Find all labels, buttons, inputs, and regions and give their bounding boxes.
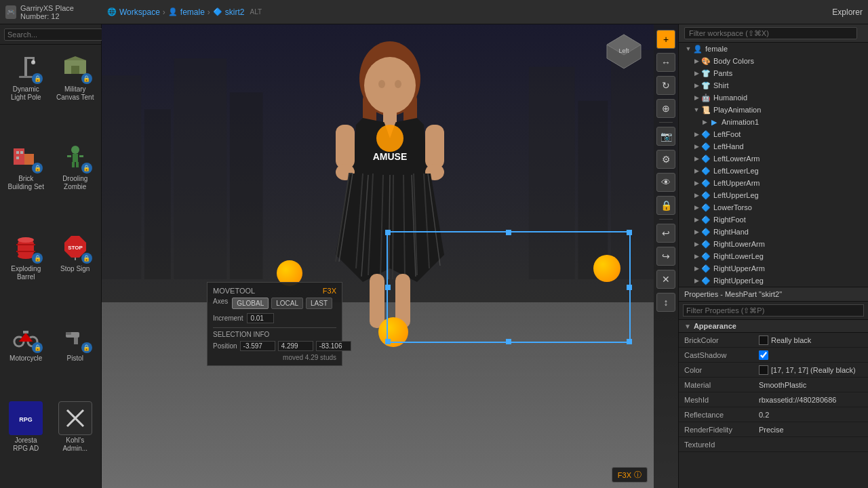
castshadow-checkbox[interactable]: [759, 350, 768, 360]
tree-item-rightlowerarm[interactable]: ▶ 🔷 RightLowerArm: [679, 238, 868, 250]
sidebar-item-buildingset[interactable]: 🔒 BrickBuilding Set: [3, 137, 50, 224]
lightpole-label: DynamicLight Pole: [11, 85, 41, 102]
leftupperleg-arrow[interactable]: ▶: [692, 192, 701, 199]
breadcrumb-sep2: ›: [208, 7, 210, 17]
axis-global-btn[interactable]: GLOBAL: [232, 298, 269, 309]
textureid-name: TextureId: [684, 441, 759, 449]
pos-z-input[interactable]: [316, 341, 351, 351]
vt-lock-btn[interactable]: 🔒: [656, 196, 675, 215]
tree-item-lowertorso[interactable]: ▶ 🔷 LowerTorso: [679, 201, 868, 214]
vt-close-btn[interactable]: ✕: [656, 270, 675, 289]
playanimation-arrow[interactable]: ▼: [692, 106, 701, 113]
f3x-btn[interactable]: F3X ⓘ: [612, 467, 648, 483]
tree-item-rightlowerleg[interactable]: ▶ 🔷 RightLowerLeg: [679, 250, 868, 262]
rightlowerarm-arrow[interactable]: ▶: [692, 241, 701, 247]
sidebar-item-zombie[interactable]: 🔒 DroolingZombie: [52, 137, 99, 224]
pants-arrow[interactable]: ▶: [692, 70, 701, 77]
breadcrumb-workspace[interactable]: Workspace: [119, 7, 160, 17]
leftlowerleg-arrow[interactable]: ▶: [692, 167, 701, 174]
sidebar-item-motorcycle[interactable]: 🔒 Motorcycle: [3, 317, 50, 395]
tree-item-bodycolors[interactable]: ▶ 🎨 Body Colors: [679, 55, 868, 67]
vt-resize-btn[interactable]: ↕: [656, 293, 675, 312]
vt-camera-btn[interactable]: 📷: [656, 127, 675, 146]
vt-rotate-btn[interactable]: ↻: [656, 76, 675, 95]
rightupperarm-arrow[interactable]: ▶: [692, 265, 701, 272]
tree-item-rightfoot[interactable]: ▶ 🔷 RightFoot: [679, 214, 868, 226]
properties-filter-input[interactable]: [683, 304, 864, 317]
righthand-arrow[interactable]: ▶: [692, 228, 701, 235]
axis-local-btn[interactable]: LOCAL: [271, 298, 303, 309]
tree-item-leftlowerarm[interactable]: ▶ 🔷 LeftLowerArm: [679, 152, 868, 165]
tree-item-shirt[interactable]: ▶ 👕 Shirt: [679, 79, 868, 92]
reflectance-name: Reflectance: [684, 411, 759, 419]
breadcrumb-female[interactable]: female: [180, 7, 205, 17]
tree-item-rightupperarm[interactable]: ▶ 🔷 RightUpperArm: [679, 262, 868, 274]
leftlowerarm-arrow[interactable]: ▶: [692, 155, 701, 162]
castshadow-name: CastShadow: [684, 351, 759, 359]
prop-row-textureid: TextureId: [679, 437, 868, 452]
rightlowerleg-arrow[interactable]: ▶: [692, 253, 701, 260]
tree-item-leftlowerleg[interactable]: ▶ 🔷 LeftLowerLeg: [679, 165, 868, 177]
meshid-value[interactable]: rbxassetid://480280686: [759, 396, 863, 404]
kohl-icon: [58, 401, 92, 435]
search-input[interactable]: [4, 28, 104, 41]
brickcolor-swatch[interactable]: [759, 336, 768, 345]
female-arrow[interactable]: ▼: [684, 45, 692, 52]
tree-item-righthand[interactable]: ▶ 🔷 RightHand: [679, 226, 868, 238]
tree-item-leftfoot[interactable]: ▶ 🔷 LeftFoot: [679, 128, 868, 140]
tree-item-pants[interactable]: ▶ 👕 Pants: [679, 67, 868, 79]
tree-item-leftupperleg[interactable]: ▶ 🔷 LeftUpperLeg: [679, 189, 868, 201]
vt-redo-btn[interactable]: ↪: [656, 247, 675, 266]
pos-x-input[interactable]: [240, 341, 275, 351]
vt-undo-btn[interactable]: ↩: [656, 224, 675, 243]
color-swatch[interactable]: [759, 365, 768, 375]
lefthand-arrow[interactable]: ▶: [692, 143, 701, 150]
sidebar-item-lightpole[interactable]: 🔒 DynamicLight Pole: [3, 47, 50, 134]
tree-item-leftupperarm[interactable]: ▶ 🔷 LeftUpperArm: [679, 177, 868, 189]
breadcrumb-skirt2[interactable]: skirt2: [225, 7, 245, 17]
prop-row-renderfidelity: RenderFidelity Precise: [679, 422, 868, 437]
pos-y-input[interactable]: [278, 341, 313, 351]
rightfoot-arrow[interactable]: ▶: [692, 216, 701, 223]
sidebar-item-pistol[interactable]: 🔒 Pistol: [52, 317, 99, 395]
sidebar-item-stopsign[interactable]: STOP 🔒 Stop Sign: [52, 227, 99, 314]
tree-item-lefthand[interactable]: ▶ 🔷 LeftHand: [679, 140, 868, 152]
increment-input[interactable]: [247, 313, 274, 323]
viewport[interactable]: AMUSE: [102, 24, 678, 488]
humanoid-arrow[interactable]: ▶: [692, 94, 701, 101]
vt-settings-btn[interactable]: ⚙: [656, 150, 675, 169]
sidebar-item-rpg[interactable]: RPG JorestaRPG AD: [3, 399, 50, 485]
tree-item-humanoid[interactable]: ▶ 🤖 Humanoid: [679, 92, 868, 104]
shirt-arrow[interactable]: ▶: [692, 82, 701, 89]
svg-point-13: [71, 146, 79, 154]
leftfoot-arrow[interactable]: ▶: [692, 131, 701, 138]
leftupperarm-arrow[interactable]: ▶: [692, 180, 701, 186]
bodycolors-arrow[interactable]: ▶: [692, 58, 701, 64]
rightupperleg-arrow[interactable]: ▶: [692, 277, 701, 284]
axis-last-btn[interactable]: LAST: [306, 298, 332, 309]
tree-item-playanimation[interactable]: ▼ 📜 PlayAnimation: [679, 104, 868, 116]
svg-rect-50: [336, 125, 355, 169]
prop-section-appearance[interactable]: ▼ Appearance: [679, 320, 868, 333]
lowertorso-icon: 🔷: [701, 202, 711, 213]
sidebar-item-tent[interactable]: 🔒 MilitaryCanvas Tent: [52, 47, 99, 134]
explorer-filter-box: [684, 27, 857, 39]
female-label: female: [705, 45, 728, 53]
lowertorso-arrow[interactable]: ▶: [692, 204, 701, 211]
vt-move-btn[interactable]: ↔: [656, 53, 675, 72]
tree-item-female[interactable]: ▼ 👤 female: [679, 43, 868, 55]
svg-rect-36: [174, 58, 227, 279]
sidebar-item-kohl[interactable]: Kohl'sAdmin...: [52, 399, 99, 485]
animation1-arrow[interactable]: ▶: [701, 119, 709, 125]
playanimation-label: PlayAnimation: [713, 106, 761, 114]
reflectance-value: 0.2: [759, 411, 863, 419]
svg-rect-54: [370, 274, 384, 328]
tree-item-rightupperleg[interactable]: ▶ 🔷 RightUpperLeg: [679, 274, 868, 287]
explorer-filter-input[interactable]: [689, 29, 852, 37]
sidebar-item-barrel[interactable]: 🔒 ExplodingBarrel: [3, 227, 50, 314]
tree-item-animation1[interactable]: ▶ ▶ Animation1: [679, 116, 868, 128]
vt-scale-btn[interactable]: ⊕: [656, 99, 675, 118]
selection-info-title: SELECTION INFO: [213, 331, 336, 338]
vt-add-btn[interactable]: +: [656, 30, 675, 49]
vt-eye-btn[interactable]: 👁: [656, 173, 675, 192]
